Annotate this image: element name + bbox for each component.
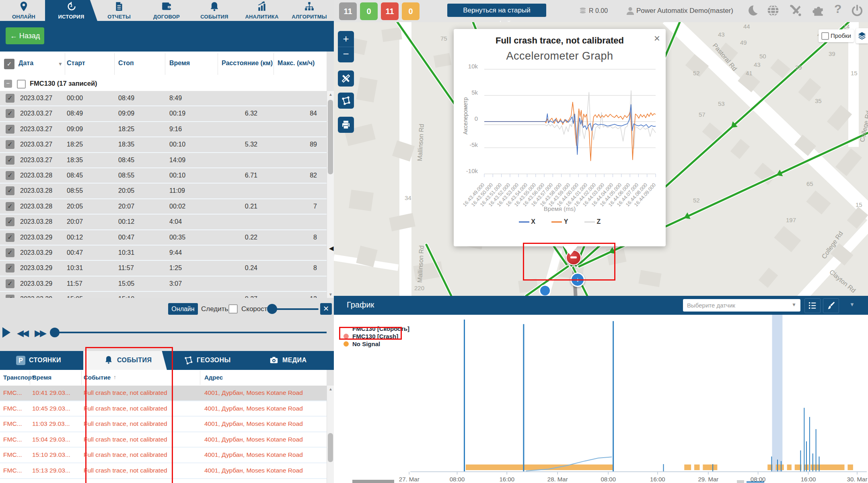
- timeline-thumb[interactable]: [50, 328, 60, 337]
- globe-icon[interactable]: [767, 4, 780, 17]
- speed-slider-track[interactable]: [270, 308, 319, 310]
- trip-row[interactable]: ✓ 2023.03.27 08:49 09:09 00:19 6.32 84: [0, 106, 327, 122]
- trip-row[interactable]: ✓ 2023.03.27 09:09 18:25 9:16: [0, 122, 327, 137]
- secondary-marker[interactable]: [539, 285, 551, 296]
- device-group-row[interactable]: − FMC130 (17 записей): [0, 76, 327, 91]
- tab-contract[interactable]: ДОГОВОР: [143, 0, 190, 21]
- legend-crash[interactable]: FMC130 [Crash]: [352, 333, 398, 340]
- legend-nosignal[interactable]: No Signal: [352, 341, 380, 347]
- scroll-up-icon[interactable]: ▲: [327, 91, 334, 98]
- zoom-in-button[interactable]: +: [338, 31, 354, 47]
- col-address[interactable]: Адрес: [204, 374, 223, 381]
- event-row[interactable]: FMC... 15:10 29.03... Full crash trace, …: [0, 448, 327, 463]
- col-event[interactable]: Событие: [84, 374, 111, 381]
- polygon-button[interactable]: [338, 93, 354, 109]
- trip-row[interactable]: ✓ 2023.03.29 11:57 15:05 3:07: [0, 277, 327, 292]
- col-time[interactable]: Время: [32, 374, 51, 381]
- tab-geozones[interactable]: ГЕОЗОНЫ: [167, 351, 250, 370]
- event-row[interactable]: FMC... 15:16 29.03... Full crash trace, …: [0, 479, 327, 483]
- group-checkbox[interactable]: [17, 80, 26, 89]
- row-checkbox[interactable]: ✓: [6, 264, 14, 272]
- trip-row[interactable]: ✓ 2023.03.29 10:31 11:57 1:25 0.24 8: [0, 261, 327, 276]
- rewind-button[interactable]: ◀◀: [17, 328, 27, 339]
- position-marker[interactable]: ↓: [570, 272, 585, 287]
- tab-history[interactable]: ИСТОРИЯ: [45, 0, 97, 21]
- back-button[interactable]: ← Назад: [6, 27, 44, 44]
- tab-events[interactable]: СОБЫТИЯ: [191, 0, 238, 21]
- trip-row[interactable]: ✓ 2023.03.29 00:47 10:31 9:44: [0, 246, 327, 261]
- event-row[interactable]: FMC... 15:13 29.03... Full crash trace, …: [0, 463, 327, 479]
- traffic-checkbox[interactable]: [821, 32, 829, 40]
- col-start[interactable]: Старт: [67, 60, 85, 67]
- col-time[interactable]: Время: [169, 60, 190, 67]
- tab-online[interactable]: ОНЛАЙН: [0, 0, 47, 21]
- trip-row[interactable]: ✓ 2023.03.27 00:00 08:49 8:49: [0, 91, 327, 106]
- col-stop[interactable]: Стоп: [118, 60, 134, 67]
- row-checkbox[interactable]: ✓: [6, 171, 14, 180]
- trip-row[interactable]: ✓ 2023.03.27 18:25 18:35 00:10 5.32 89: [0, 137, 327, 153]
- timeline-track[interactable]: [53, 332, 327, 333]
- sort-desc-icon[interactable]: ▼: [58, 61, 63, 67]
- row-checkbox[interactable]: ✓: [6, 217, 14, 226]
- event-row[interactable]: FMC... 15:04 29.03... Full crash trace, …: [0, 432, 327, 448]
- row-checkbox[interactable]: ✓: [6, 295, 14, 298]
- trip-row[interactable]: ✓ 2023.03.29 15:05 15:10 0.27 12: [0, 292, 327, 298]
- trip-row[interactable]: ✓ 2023.03.28 20:07 00:12 4:04: [0, 215, 327, 230]
- trips-scroll-thumb[interactable]: [328, 100, 333, 174]
- row-checkbox[interactable]: ✓: [6, 233, 14, 242]
- tab-events-bottom[interactable]: СОБЫТИЯ: [83, 351, 167, 370]
- play-button[interactable]: [2, 327, 10, 338]
- clear-graph-button[interactable]: [823, 298, 839, 313]
- row-checkbox[interactable]: ✓: [6, 202, 14, 211]
- event-row[interactable]: FMC... 10:45 29.03... Full crash trace, …: [0, 401, 327, 417]
- help-icon[interactable]: ?: [834, 2, 841, 16]
- layers-button[interactable]: [856, 28, 868, 43]
- row-checkbox[interactable]: ✓: [6, 156, 14, 165]
- legend-item-z[interactable]: Z: [584, 218, 601, 225]
- legend-item-y[interactable]: Y: [551, 218, 568, 225]
- sort-asc-icon[interactable]: ↑: [113, 374, 116, 380]
- traffic-toggle[interactable]: Пробки: [819, 29, 854, 42]
- events-scrollbar[interactable]: ▲: [327, 386, 334, 483]
- collapse-group-button[interactable]: −: [4, 80, 12, 88]
- puzzle-icon[interactable]: [812, 4, 825, 17]
- row-checkbox[interactable]: ✓: [6, 94, 14, 103]
- sensor-list-button[interactable]: [804, 298, 821, 313]
- user-label[interactable]: Power Automatix Demo(master): [636, 7, 733, 15]
- select-all-checkbox[interactable]: ✓: [4, 59, 14, 69]
- col-distance[interactable]: Расстояние (км): [222, 60, 273, 67]
- panel-collapse-icon[interactable]: ▼: [849, 301, 855, 308]
- tab-media[interactable]: МЕДИА: [250, 351, 333, 370]
- balance-label[interactable]: R 0.00: [589, 7, 608, 14]
- legend-item-x[interactable]: X: [519, 218, 535, 225]
- row-checkbox[interactable]: ✓: [6, 186, 14, 195]
- trips-scrollbar[interactable]: ▲ ▼: [327, 91, 334, 298]
- scroll-up-icon[interactable]: ▲: [327, 386, 334, 392]
- row-checkbox[interactable]: ✓: [6, 109, 14, 118]
- legend-speed[interactable]: FMC130 [Скорость]: [352, 325, 409, 332]
- sensor-select[interactable]: Выберите датчик ▼: [683, 299, 800, 312]
- status-badge-red[interactable]: 11: [381, 2, 399, 20]
- col-maxspeed[interactable]: Макс. (км/ч): [278, 60, 315, 67]
- moon-icon[interactable]: [747, 4, 759, 17]
- zoom-out-button[interactable]: −: [338, 47, 354, 62]
- row-checkbox[interactable]: ✓: [6, 140, 14, 149]
- speed-chart[interactable]: 27. Mar08:0016:0028. Mar08:0016:0029. Ma…: [334, 315, 868, 483]
- row-checkbox[interactable]: ✓: [6, 279, 14, 288]
- tools-icon[interactable]: [788, 4, 802, 17]
- collapse-panel-handle[interactable]: ◀: [329, 245, 334, 252]
- status-badge-green[interactable]: 0: [360, 2, 378, 20]
- legacy-interface-button[interactable]: Вернуться на старый интерфейс: [447, 4, 546, 17]
- follow-checkbox[interactable]: [228, 304, 238, 314]
- trip-row[interactable]: ✓ 2023.03.27 18:35 08:45 14:09: [0, 153, 327, 168]
- online-button[interactable]: Онлайн: [168, 303, 198, 315]
- trip-row[interactable]: ✓ 2023.03.28 08:55 20:05 11:09: [0, 184, 327, 199]
- tab-parkings[interactable]: P СТОЯНКИ: [0, 351, 83, 370]
- tab-algorithms[interactable]: АЛГОРИТМЫ: [286, 0, 333, 21]
- speed-slider-thumb[interactable]: [267, 304, 277, 314]
- trip-row[interactable]: ✓ 2023.03.28 20:05 20:07 00:02 0.21 7: [0, 199, 327, 215]
- tab-reports[interactable]: ОТЧЕТЫ: [95, 0, 143, 21]
- close-track-button[interactable]: ✕: [320, 303, 332, 315]
- event-row[interactable]: FMC... 10:41 29.03... Full crash trace, …: [0, 386, 327, 401]
- print-button[interactable]: [338, 117, 354, 133]
